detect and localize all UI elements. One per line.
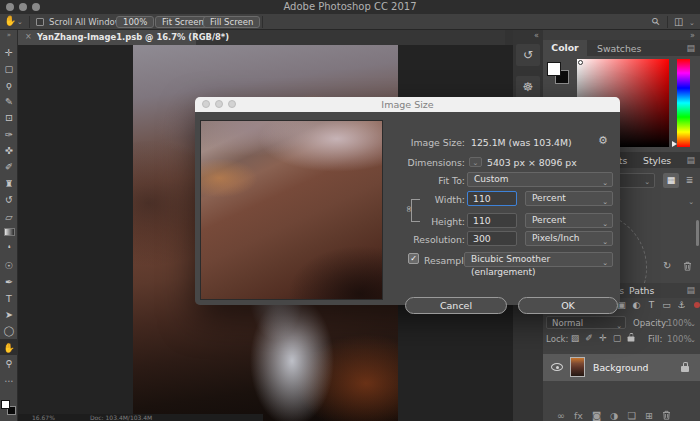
layer-row-background[interactable]: Background <box>543 354 700 381</box>
color-swatch-widget[interactable] <box>1 400 17 416</box>
opacity-value[interactable]: 100% <box>667 318 692 328</box>
dialog-titlebar[interactable]: Image Size <box>195 97 620 112</box>
fill-screen-button[interactable]: Fill Screen <box>203 16 260 28</box>
lock-paint-icon[interactable]: ✐ <box>582 331 596 346</box>
zoom-100-button[interactable]: 100% <box>116 16 154 28</box>
edit-toolbar-icon[interactable]: ⋯ <box>0 372 18 388</box>
resolution-unit-dropdown[interactable]: Pixels/Inch⌄ <box>525 231 613 246</box>
color-picker-marker[interactable] <box>578 60 583 65</box>
move-tool[interactable]: ✛ <box>0 44 18 60</box>
filter-shape-layers-icon[interactable]: ▭ <box>659 299 674 312</box>
hue-slider[interactable] <box>677 59 690 147</box>
quick-selection-tool[interactable]: ✎ <box>0 93 18 109</box>
foreground-color-swatch[interactable] <box>1 400 10 409</box>
tab-styles[interactable]: Styles <box>643 155 671 166</box>
lock-transparency-icon[interactable]: ▨ <box>568 331 582 346</box>
delete-layer-icon[interactable] <box>662 410 671 421</box>
chevron-down-icon[interactable]: ⌄ <box>690 320 696 328</box>
scroll-all-windows-checkbox[interactable] <box>36 18 44 26</box>
tab-swatches[interactable]: Swatches <box>597 43 641 54</box>
layer-effects-icon[interactable]: fx <box>574 410 583 421</box>
search-icon[interactable]: ⚲ <box>649 15 662 28</box>
dimensions-unit-dropdown[interactable]: ⌄ <box>469 157 482 167</box>
resolution-input[interactable]: 300 <box>467 231 517 246</box>
lasso-tool[interactable]: ϙ <box>0 77 18 93</box>
lock-artboard-icon[interactable]: ▢ <box>610 331 624 346</box>
width-input[interactable]: 110 <box>467 191 517 206</box>
dodge-tool[interactable]: ☉ <box>0 257 18 273</box>
tool-preset-chevron-icon[interactable]: ⌄ <box>17 18 23 26</box>
grid-view-button[interactable]: ▦ <box>663 173 679 188</box>
tab-paths[interactable]: Paths <box>629 285 654 296</box>
width-unit-dropdown[interactable]: Percent⌄ <box>525 191 613 206</box>
chevron-down-icon[interactable]: ⌄ <box>690 336 696 344</box>
blend-mode-value: Normal <box>552 318 583 328</box>
library-delete-icon[interactable] <box>683 261 692 273</box>
expand-panels-icon[interactable]: « <box>534 31 539 40</box>
hue-slider-marker[interactable] <box>672 141 677 147</box>
status-doc-info: Doc: 103.4M/103.4M <box>90 414 152 421</box>
history-panel-icon[interactable]: ↺ <box>516 44 540 66</box>
filter-smart-objects-icon[interactable]: ⚓ <box>674 299 689 312</box>
library-sync-icon[interactable]: ↻ <box>663 260 671 271</box>
fit-to-dropdown[interactable]: Custom⌄ <box>467 172 613 187</box>
brush-tool[interactable]: ✐ <box>0 159 18 175</box>
blur-tool[interactable]: ❛ <box>0 241 18 257</box>
navigator-panel-icon[interactable]: ☸ <box>516 76 540 98</box>
panel-menu-icon[interactable]: ▤ <box>686 285 695 295</box>
adjustment-layer-icon[interactable]: ◑ <box>610 410 618 421</box>
dialog-options-gear-icon[interactable]: ⚙ <box>598 134 608 147</box>
workspace-switcher-icon[interactable]: ◫ <box>674 16 683 27</box>
clone-stamp-tool[interactable]: ♜ <box>0 175 18 191</box>
lock-position-icon[interactable]: ✛ <box>596 331 610 346</box>
ellipse-tool[interactable]: ◯ <box>0 323 18 339</box>
fill-value[interactable]: 100% <box>667 334 692 344</box>
layer-group-icon[interactable]: ❏ <box>627 410 636 421</box>
layer-visibility-eye-icon[interactable] <box>551 363 563 371</box>
list-view-button[interactable]: ≣ <box>682 173 697 188</box>
healing-brush-tool[interactable]: ✜ <box>0 142 18 158</box>
new-layer-icon[interactable]: ⊞ <box>645 410 653 421</box>
layer-mask-icon[interactable]: ◙ <box>592 410 601 421</box>
height-unit-dropdown[interactable]: Percent⌄ <box>525 213 613 228</box>
panel-menu-icon[interactable]: ▤ <box>686 43 695 53</box>
hand-tool[interactable]: ✋ <box>0 339 18 355</box>
path-selection-tool[interactable]: ➤ <box>0 306 18 322</box>
layer-filter-toggle[interactable] <box>689 299 700 312</box>
layer-thumbnail[interactable] <box>570 357 585 377</box>
filter-adjustment-layers-icon[interactable]: ◐ <box>629 299 644 312</box>
document-tab[interactable]: × YanZhang-Image1.psb @ 16.7% (RGB/8*) <box>18 30 196 45</box>
eyedropper-tool[interactable]: ✑ <box>0 126 18 142</box>
type-tool[interactable]: T <box>0 290 18 306</box>
workspace-chevron-icon[interactable]: ⌄ <box>689 19 695 27</box>
tab-color[interactable]: Color <box>543 40 587 56</box>
panel-foreground-swatch[interactable] <box>547 62 561 76</box>
link-layers-icon[interactable]: ∞ <box>557 410 565 421</box>
panel-scrollbar[interactable] <box>696 220 699 246</box>
resample-checkbox[interactable]: ✓ <box>408 253 419 264</box>
height-unit-value: Percent <box>532 215 566 225</box>
panel-menu-icon[interactable]: ▤ <box>686 155 695 165</box>
marquee-tool[interactable]: ▢ <box>0 60 18 76</box>
collapse-panels-icon[interactable]: » <box>690 31 695 40</box>
blend-mode-dropdown[interactable]: Normal⌄ <box>546 316 626 329</box>
height-input[interactable]: 110 <box>467 213 517 228</box>
tab-close-icon[interactable]: × <box>25 32 32 41</box>
pen-tool[interactable]: ✒ <box>0 273 18 289</box>
crop-tool[interactable]: ⊡ <box>0 110 18 126</box>
constrain-proportions-chain-icon[interactable]: ∞ <box>404 205 414 213</box>
cancel-button[interactable]: Cancel <box>405 297 507 314</box>
history-brush-tool[interactable]: ↺ <box>0 192 18 208</box>
resample-method-dropdown[interactable]: Bicubic Smoother (enlargement)⌄ <box>464 252 613 267</box>
filter-type-layers-icon[interactable]: T <box>644 299 659 312</box>
toolbar-collapse-icon[interactable]: » <box>0 31 18 39</box>
layer-name[interactable]: Background <box>593 362 648 373</box>
chevron-down-icon[interactable]: ⌄ <box>688 198 694 206</box>
status-zoom-level[interactable]: 16.67% <box>32 414 55 421</box>
ok-button[interactable]: OK <box>518 297 618 314</box>
zoom-tool[interactable]: ⚲ <box>0 355 18 371</box>
gradient-tool[interactable] <box>0 224 18 240</box>
image-preview[interactable] <box>200 120 383 300</box>
lock-all-icon[interactable] <box>624 331 638 346</box>
eraser-tool[interactable]: ▱ <box>0 208 18 224</box>
